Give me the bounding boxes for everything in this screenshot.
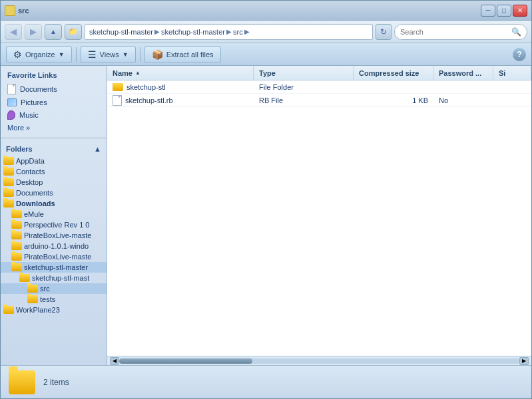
rb-file-icon [113, 95, 122, 106]
file-list: sketchup-stl File Folder sketchup-stl.rb… [107, 80, 531, 356]
col-header-si[interactable]: Si [493, 66, 531, 80]
tree-item-documents[interactable]: Documents [1, 188, 107, 198]
search-icon[interactable]: 🔍 [511, 27, 521, 37]
help-button[interactable]: ? [513, 48, 526, 61]
tree-label-contacts: Contacts [16, 168, 45, 176]
file-row-rb[interactable]: sketchup-stl.rb RB File 1 KB No [107, 94, 531, 107]
folders-toggle-icon: ▲ [94, 145, 101, 153]
views-arrow: ▼ [123, 51, 129, 58]
toolbar-sep1 [76, 47, 77, 62]
tree-label-workplane: WorkPlane23 [16, 306, 60, 314]
col-header-type[interactable]: Type [254, 66, 354, 80]
file-cell-size-rb: 1 KB [354, 96, 433, 104]
extract-label: Extract all files [166, 51, 214, 59]
folder-icon-documents [3, 189, 14, 197]
forward-button[interactable]: ▶ [25, 24, 42, 40]
status-item-count: 2 items [43, 378, 69, 387]
folder-icon-piratebox2 [11, 253, 22, 261]
music-icon [7, 110, 15, 120]
folder-icon-workplane [3, 306, 14, 314]
tree-item-piratebox1[interactable]: PirateBoxLive-maste [1, 230, 107, 241]
column-header: Name ▲ Type Compressed size Password ...… [107, 66, 531, 80]
breadcrumb-part3: src [233, 28, 243, 36]
search-input[interactable] [400, 28, 509, 36]
organize-icon: ⚙ [13, 49, 22, 60]
status-folder-icon [9, 370, 35, 394]
tree-item-src[interactable]: src [1, 283, 107, 294]
tree-item-piratebox2[interactable]: PirateBoxLive-maste [1, 251, 107, 262]
folders-header[interactable]: Folders ▲ [1, 142, 107, 156]
window: src ─ □ ✕ ◀ ▶ ▲ 📁 sketchup-stl-master ▶ … [0, 0, 532, 399]
tree-label-desktop: Desktop [16, 178, 43, 186]
tree-item-sketchup-sub[interactable]: sketchup-stl-mast [1, 273, 107, 283]
file-name-rb: sketchup-stl.rb [125, 96, 173, 104]
tree-item-downloads[interactable]: Downloads [1, 198, 107, 209]
pictures-label: Pictures [21, 98, 47, 106]
tree-item-desktop[interactable]: Desktop [1, 177, 107, 188]
folder-icon-tests [27, 295, 38, 303]
sidebar-item-documents[interactable]: Documents [1, 82, 107, 96]
address-bar: ◀ ▶ ▲ 📁 sketchup-stl-master ▶ sketchup-s… [1, 21, 531, 43]
breadcrumb-part2: sketchup-stl-master [161, 28, 225, 36]
window-controls: ─ □ ✕ [481, 5, 527, 17]
extract-button[interactable]: 📦 Extract all files [144, 46, 221, 63]
file-cell-type-rb: RB File [254, 96, 354, 104]
file-name-folder: sketchup-stl [127, 83, 166, 91]
content-area: Favorite Links Documents Pictures Music … [1, 66, 531, 365]
documents-icon [7, 84, 16, 94]
tree-label-sketchup-sub: sketchup-stl-mast [32, 274, 89, 282]
title-bar-left: src [5, 5, 29, 16]
close-button[interactable]: ✕ [513, 5, 527, 17]
folder-icon-appdata [3, 157, 14, 165]
tree-item-sketchup-master[interactable]: sketchup-stl-master [1, 262, 107, 273]
breadcrumb-sep2: ▶ [226, 28, 232, 35]
more-link[interactable]: More » [1, 122, 107, 134]
horizontal-scrollbar[interactable]: ◀ ▶ [107, 356, 531, 365]
file-pane: Name ▲ Type Compressed size Password ...… [107, 66, 531, 365]
sidebar-item-music[interactable]: Music [1, 108, 107, 122]
minimize-button[interactable]: ─ [481, 5, 495, 17]
tree-item-arduino[interactable]: arduino-1.0.1-windo [1, 241, 107, 251]
status-bar: 2 items [1, 365, 531, 398]
up-button[interactable]: ▲ [45, 24, 62, 40]
col-pass-label: Password ... [439, 69, 481, 77]
tree-item-tests[interactable]: tests [1, 294, 107, 305]
col-header-size[interactable]: Compressed size [354, 66, 433, 80]
toolbar: ⚙ Organize ▼ ☰ Views ▼ 📦 Extract all fil… [1, 43, 531, 66]
col-size-label: Compressed size [359, 69, 419, 77]
views-icon: ☰ [88, 49, 97, 60]
favorite-links-title: Favorite Links [1, 66, 107, 82]
sidebar-item-pictures[interactable]: Pictures [1, 96, 107, 108]
extract-icon: 📦 [152, 49, 163, 60]
organize-button[interactable]: ⚙ Organize ▼ [6, 46, 72, 63]
folder-icon-arduino [11, 242, 22, 250]
tree-label-arduino: arduino-1.0.1-windo [24, 242, 89, 250]
tree-item-workplane[interactable]: WorkPlane23 [1, 305, 107, 315]
tree-item-appdata[interactable]: AppData [1, 156, 107, 166]
file-cell-name-folder: sketchup-stl [107, 83, 254, 91]
tree-item-perspective[interactable]: Perspective Rev 1 0 [1, 219, 107, 230]
tree-item-contacts[interactable]: Contacts [1, 166, 107, 177]
folder-icon-downloads [3, 200, 14, 207]
back-button[interactable]: ◀ [5, 24, 22, 40]
col-si-label: Si [499, 69, 505, 77]
organize-label: Organize [25, 51, 55, 59]
search-box: 🔍 [394, 24, 527, 40]
maximize-button[interactable]: □ [497, 5, 511, 17]
refresh-button[interactable]: ↻ [376, 24, 392, 40]
folders-title: Folders [6, 145, 33, 153]
views-button[interactable]: ☰ Views ▼ [81, 46, 136, 63]
hscroll-thumb[interactable] [119, 358, 252, 364]
hscroll-track [119, 358, 519, 364]
hscroll-left[interactable]: ◀ [110, 357, 119, 365]
col-header-name[interactable]: Name ▲ [107, 66, 254, 80]
folders-tree: AppData Contacts Desktop Documents Downl… [1, 156, 107, 365]
tree-item-emule[interactable]: eMule [1, 209, 107, 219]
file-row-folder[interactable]: sketchup-stl File Folder [107, 80, 531, 94]
hscroll-right[interactable]: ▶ [519, 357, 529, 365]
tree-label-perspective: Perspective Rev 1 0 [24, 221, 89, 229]
title-bar: src ─ □ ✕ [1, 1, 531, 21]
breadcrumb[interactable]: sketchup-stl-master ▶ sketchup-stl-maste… [85, 24, 373, 40]
col-header-pass[interactable]: Password ... [433, 66, 493, 80]
tree-label-downloads: Downloads [16, 200, 55, 207]
